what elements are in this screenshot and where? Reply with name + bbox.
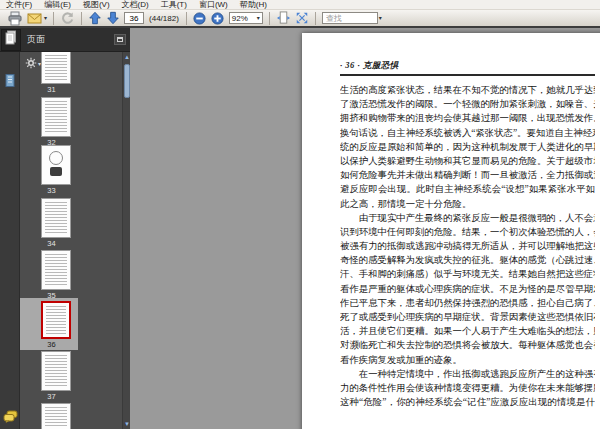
email-button[interactable]: ▾	[26, 11, 48, 26]
comments-tab[interactable]	[3, 410, 17, 426]
thumbnail-image	[41, 97, 71, 137]
text-line: 汗、手和脚的刺痛感）似乎与环境无关。结果她自然把这些症状	[340, 267, 595, 281]
arrow-up-icon	[88, 11, 102, 25]
thumbnail-page-38[interactable]	[25, 403, 78, 429]
menu-item[interactable]: 工具(T)	[155, 0, 193, 10]
thumbnail-label: 36	[25, 340, 78, 349]
thumbnail-image	[41, 403, 71, 429]
pdf-reader-window: 文件(F)编辑(E)视图(V)文档(D)工具(T)窗口(W)帮助(H) ▾	[0, 0, 600, 429]
text-line: 识到环境中任何即刻的危险。结果，一个初次体验恐慌的人，会	[340, 225, 595, 239]
fit-page-button[interactable]	[294, 11, 310, 26]
nav-icon-strip	[0, 52, 20, 429]
print-button[interactable]	[6, 11, 24, 26]
thumbnail-label: 33	[25, 186, 78, 195]
email-dropdown-caret[interactable]: ▾	[44, 15, 47, 21]
panel-menu-icon	[117, 37, 123, 42]
menu-bar: 文件(F)编辑(E)视图(V)文档(D)工具(T)窗口(W)帮助(H)	[0, 0, 600, 10]
toolbar-separator	[53, 12, 54, 25]
previous-page-button[interactable]	[87, 11, 103, 26]
thumbnail-label: 34	[25, 239, 78, 248]
zoom-level-select[interactable]: 92% ▾	[229, 12, 263, 24]
thumbnail-image	[41, 351, 71, 391]
text-line: 如何危险事先并未做出精确判断！而一旦被激活，全力抵御或逃	[340, 168, 595, 182]
text-line: 换句话说，自主神经系统被诱入“紧张状态”。要知道自主神经系	[340, 126, 595, 140]
zoom-in-button[interactable]	[210, 11, 226, 26]
thumbnail-page-32[interactable]: 32	[25, 97, 78, 147]
thumbnail-page-34[interactable]: 34	[25, 198, 78, 248]
menu-item[interactable]: 窗口(W)	[193, 0, 234, 10]
panel-menu-button[interactable]	[114, 34, 126, 45]
pages-tab-selected[interactable]	[1, 29, 21, 51]
text-line: 活，并且使它们更糟。如果一个人易于产生大难临头的想法，则	[340, 324, 595, 338]
thumbnail-page-36-selected[interactable]: 36	[25, 301, 78, 349]
scroll-up-arrow-icon[interactable]: ▲	[123, 52, 131, 62]
text-line: 看作疾病复发或加重的迹象。	[340, 353, 595, 367]
text-line: 作已平息下来，患者却仍然保持强烈的恐惧感，担心自己病了、要	[340, 296, 595, 310]
document-page-36[interactable]: · 36 · 克服恐惧 生活的高度紧张状态，结果在不知不觉的情况下，她就几乎达到…	[302, 33, 600, 429]
pages-panel-title: 页面	[27, 33, 114, 46]
text-line: 力的条件性作用会使该种情境变得更糟。为使你在未来能够摆脱	[340, 381, 595, 395]
menu-item[interactable]: 文档(D)	[116, 0, 155, 10]
navigation-sidebar: 页面	[0, 28, 130, 429]
zoom-in-icon	[211, 12, 224, 25]
text-line: 这种“危险”，你的神经系统会“记住”应激反应出现的情境是什	[340, 395, 595, 409]
menu-item[interactable]: 文件(F)	[0, 0, 38, 10]
text-line: 对濒临死亡和失去控制的恐惧将会被放大。每种躯体感觉也会被	[340, 338, 595, 352]
page-number-input[interactable]	[124, 12, 144, 24]
thumbnail-page-37[interactable]: 37	[25, 351, 78, 401]
fit-width-button[interactable]	[275, 11, 292, 26]
page-indicator: (44/182)	[149, 14, 179, 23]
menu-item[interactable]: 帮助(H)	[234, 0, 273, 10]
search-input[interactable]	[322, 12, 378, 24]
toolbar-separator	[81, 12, 82, 25]
thumbnail-page-33[interactable]: 33	[25, 145, 78, 195]
zoom-out-icon	[193, 12, 206, 25]
thumbnail-page-35[interactable]: 35	[25, 250, 78, 300]
thumbnail-image	[41, 301, 71, 339]
document-canvas[interactable]: · 36 · 克服恐惧 生活的高度紧张状态，结果在不知不觉的情况下，她就几乎达到…	[131, 28, 600, 429]
bookmarks-tab[interactable]	[3, 74, 17, 90]
email-icon	[27, 12, 43, 25]
scroll-down-arrow-icon[interactable]: ▼	[123, 419, 131, 429]
printer-icon	[7, 11, 23, 26]
text-line: 此之高，那情境一定十分危险。	[340, 197, 595, 211]
text-line: 由于现实中产生最终的紧张反应一般是很微弱的，人不会意	[340, 211, 595, 225]
text-line: 在一种特定情境中，作出抵御或逃跑反应所产生的这种强有	[340, 367, 595, 381]
bookmarks-icon	[4, 73, 16, 92]
text-line: 被强有力的抵御或逃跑冲动搞得无所适从，并可以理解地把这些	[340, 239, 595, 253]
previous-view-icon	[60, 11, 75, 26]
next-page-button[interactable]	[105, 11, 121, 26]
zoom-out-button[interactable]	[192, 11, 208, 26]
text-line: 奇怪的感受解释为发疯或失控的征兆。躯体的感觉（心跳过速、出	[340, 253, 595, 267]
toolbar-separator	[186, 12, 187, 25]
comments-icon	[3, 409, 18, 427]
text-line: 统的反应是原始和简单的，因为这种机制发展于人类进化的早期	[340, 140, 595, 154]
zoom-level-value: 92%	[232, 14, 248, 23]
menu-item[interactable]: 视图(V)	[77, 0, 116, 10]
thumbnail-image	[41, 198, 71, 238]
scrollbar-thumb[interactable]	[124, 64, 130, 98]
arrow-down-icon	[106, 11, 120, 25]
thumbnail-image	[41, 250, 71, 290]
thumbnail-image	[41, 145, 71, 185]
text-line: 以保护人类躲避野生动物和其它显而易见的危险。关于超级市场	[340, 154, 595, 168]
text-line: 避反应即会出现。此时自主神经系统会“设想”如果紧张水平如	[340, 182, 595, 196]
menu-item[interactable]: 编辑(E)	[38, 0, 77, 10]
thumbnail-label: 31	[25, 85, 78, 94]
toolbar-separator	[269, 12, 270, 25]
text-line: 了激活恐慌发作的阈限。一个轻微的附加紧张刺激，如噪音、光、	[340, 97, 595, 111]
chevron-down-icon: ▾	[257, 15, 260, 21]
toolbar: ▾ (44/182)	[0, 10, 600, 28]
page-text: 生活的高度紧张状态，结果在不知不觉的情况下，她就几乎达到了激活恐慌发作的阈限。一…	[340, 83, 595, 409]
pages-icon	[5, 30, 17, 49]
text-line: 拥挤和购物带来的沮丧均会使其越过那一阈限，出现恐慌发作。	[340, 111, 595, 125]
thumbnails-scrollbar[interactable]: ▲ ▼	[122, 52, 130, 429]
text-line: 生活的高度紧张状态，结果在不知不觉的情况下，她就几乎达到	[340, 83, 595, 97]
search-options-caret[interactable]: ▾	[379, 15, 382, 21]
thumbnails-panel: ▾ 31 32 33 34 35	[20, 52, 122, 429]
thumbnail-label: 37	[25, 392, 78, 401]
thumbnail-page-31[interactable]: 31	[25, 52, 78, 94]
previous-view-button-disabled[interactable]	[59, 11, 76, 26]
running-head-rule	[340, 74, 595, 76]
fit-page-icon	[295, 11, 309, 25]
